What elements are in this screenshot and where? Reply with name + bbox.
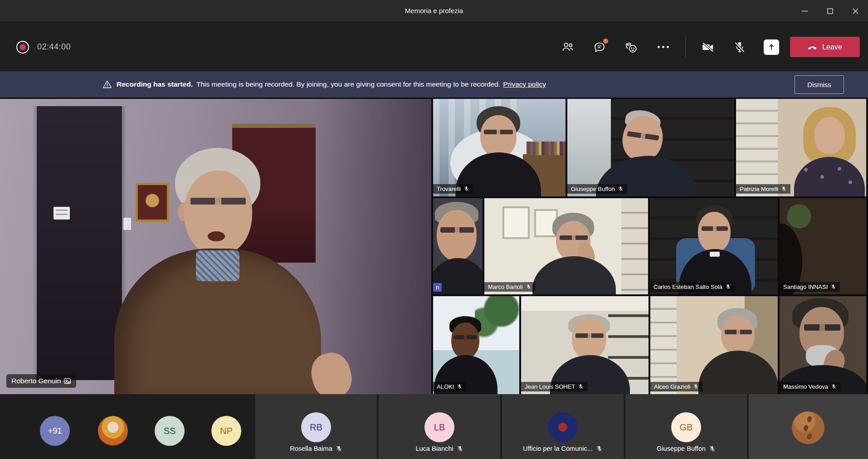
video-tile[interactable]: Patrizia Morelli — [736, 99, 866, 196]
mic-muted-icon — [725, 284, 731, 290]
more-options-button[interactable] — [647, 31, 679, 63]
mic-muted-icon — [578, 384, 584, 390]
person-glasses — [454, 335, 477, 339]
avatar-initials: LB — [434, 422, 445, 433]
mic-muted-icon — [709, 445, 716, 452]
person-torso — [532, 256, 616, 294]
video-stage: Roberto Genuin Trovarelli — [0, 99, 868, 394]
mic-off-icon — [733, 40, 746, 54]
participant-name: Massimo Vedova — [783, 383, 828, 390]
participant-name: ALOKI — [437, 383, 454, 390]
video-tile[interactable]: ALOKI — [433, 296, 519, 394]
person-face — [698, 212, 731, 253]
video-scene — [433, 99, 566, 196]
video-tile[interactable]: Massimo Vedova — [780, 296, 866, 394]
image-avatar — [792, 411, 824, 444]
participant-name: Carlos Esteban Salto Solà — [653, 283, 722, 290]
participant-name-label: Luca Bianchi — [379, 445, 500, 452]
main-video-tile[interactable]: Roberto Genuin — [0, 99, 431, 394]
participant-name-label: Giuseppe Buffon — [567, 184, 627, 194]
toolbar-actions: Leave — [552, 22, 868, 72]
mic-muted-icon — [618, 186, 624, 192]
leave-button[interactable]: Leave — [790, 37, 860, 57]
initials-avatar[interactable]: SS — [155, 416, 185, 446]
maximize-button[interactable] — [817, 0, 843, 22]
participant-name-label: Marco Bartoli — [484, 282, 535, 292]
person-collar — [196, 250, 239, 281]
participant-name: Jean Louis SOHET — [525, 383, 575, 390]
participant-name-label: Santiago INNASI — [780, 282, 840, 292]
participant-name-label: Giuseppe Buffon — [625, 445, 747, 452]
person-mouth — [208, 231, 225, 241]
initials-avatar[interactable]: NP — [211, 416, 241, 446]
participant-name-label: Roberto Genuin — [6, 374, 76, 388]
person-glasses — [702, 226, 728, 231]
bookshelf — [650, 296, 677, 394]
video-scene — [736, 99, 866, 196]
person-face — [721, 315, 755, 354]
palm-trees — [475, 296, 519, 340]
video-tile[interactable]: Carlos Esteban Salto Solà — [650, 198, 778, 294]
initials-avatar: GB — [671, 412, 701, 442]
mic-muted-icon — [457, 384, 463, 390]
share-screen-icon — [764, 39, 779, 55]
camera-off-icon — [701, 40, 715, 54]
video-scene — [521, 296, 649, 394]
main-video-scene — [0, 99, 431, 394]
close-button[interactable] — [843, 0, 868, 22]
mic-muted-icon — [457, 445, 463, 452]
participant-name: Marco Bartoli — [488, 283, 523, 290]
share-screen-button[interactable] — [756, 31, 787, 63]
close-icon — [853, 8, 858, 14]
participant-tile[interactable]: RB Rosella Baima — [255, 394, 377, 459]
video-tile[interactable]: n — [433, 198, 483, 294]
banner-text: This meeting is being recorded. By joini… — [196, 80, 500, 88]
participant-name-label: Jean Louis SOHET — [521, 382, 587, 391]
participant-tile[interactable]: GB Giuseppe Buffon — [625, 394, 747, 459]
image-avatar[interactable] — [98, 416, 128, 446]
participant-tile[interactable]: LB Luca Bianchi — [379, 394, 500, 459]
recording-indicator: 02:44:00 — [16, 22, 71, 72]
person-glasses — [560, 235, 588, 240]
minimize-button[interactable] — [792, 0, 817, 22]
participants-button[interactable] — [552, 31, 584, 63]
raise-hand-icon — [624, 40, 639, 54]
minimize-icon — [802, 8, 808, 14]
video-tile[interactable]: Alceo Grazioli — [650, 296, 778, 394]
spotlight-icon — [63, 377, 71, 385]
person-glasses — [804, 324, 840, 331]
overflow-count-avatar[interactable]: +91 — [40, 416, 70, 446]
video-scene — [650, 198, 778, 294]
video-scene — [780, 296, 866, 394]
mic-toggle-button[interactable] — [724, 31, 756, 63]
mic-muted-icon — [463, 186, 469, 192]
participant-tile[interactable]: Ufficio per la Comunic... — [502, 394, 624, 459]
participant-name-label: Alceo Grazioli — [650, 382, 702, 391]
participant-name: Giuseppe Buffon — [657, 445, 706, 452]
recording-banner: Recording has started. This meeting is b… — [0, 71, 868, 98]
privacy-policy-link[interactable]: Privacy policy — [503, 80, 546, 88]
maximize-icon — [827, 8, 833, 14]
books — [527, 142, 566, 155]
person-glasses — [725, 330, 752, 334]
video-tile[interactable]: Marco Bartoli — [484, 198, 648, 294]
person-face — [814, 117, 845, 154]
participant-name-label: ALOKI — [433, 382, 466, 391]
video-tile[interactable]: Jean Louis SOHET — [521, 296, 649, 394]
person-face — [451, 322, 479, 359]
video-tile[interactable]: Giuseppe Buffon — [567, 99, 734, 196]
mic-muted-icon — [596, 445, 603, 452]
video-tile[interactable]: Trovarelli — [433, 99, 566, 196]
hang-up-icon — [808, 42, 818, 52]
dismiss-button[interactable]: Dismiss — [795, 75, 844, 94]
meeting-timer: 02:44:00 — [37, 42, 71, 52]
participant-tile[interactable] — [749, 394, 868, 459]
chat-button[interactable] — [584, 31, 615, 63]
camera-toggle-button[interactable] — [692, 31, 724, 63]
video-tile[interactable]: Santiago INNASI — [780, 198, 866, 294]
chat-notification-dot — [603, 39, 608, 44]
person-glasses — [440, 227, 474, 233]
bookshelf — [621, 198, 648, 294]
person-glasses — [575, 333, 604, 338]
reactions-button[interactable] — [615, 31, 647, 63]
